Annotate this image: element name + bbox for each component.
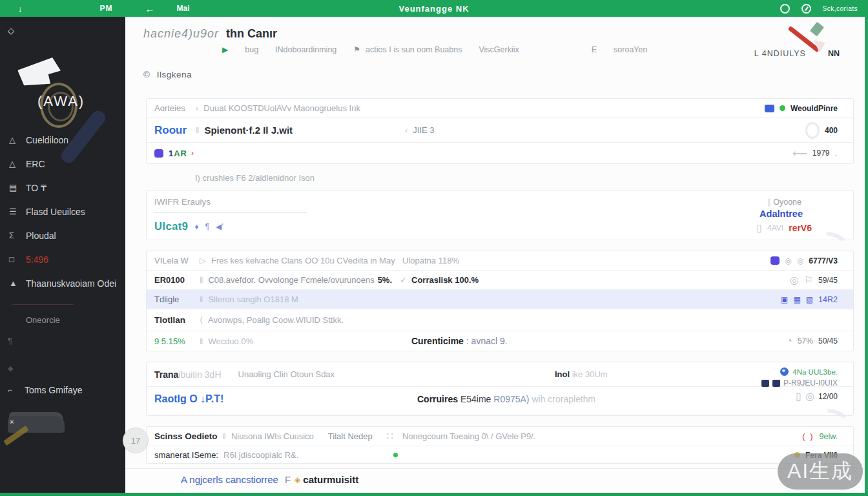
record-name[interactable]: Raotlg O ↓P.T!: [154, 393, 223, 405]
chevron-icon: ‖: [200, 275, 203, 285]
sidebar-divider: [12, 304, 74, 305]
bars-icon: ∥: [767, 198, 770, 207]
row-label: Scinss Oedieto: [154, 431, 218, 441]
row-desc: Avonwps, Poallg Coow.WIUID Sttkk.: [208, 315, 344, 325]
circle-icon: ◎: [805, 390, 814, 402]
search-input[interactable]: IWIFR Erauiys: [154, 197, 307, 212]
mid-bold-value: Curenticime: [411, 336, 464, 346]
edit-pencil-icon[interactable]: [787, 22, 829, 56]
ai-watermark: AI生成: [778, 453, 863, 490]
status-dot-green: [780, 105, 785, 111]
account-label[interactable]: Sck,coriats: [823, 5, 858, 12]
row-desc: Slleron sanglh O1818 M: [208, 294, 298, 304]
row-label: Tdligle: [154, 294, 200, 304]
mid-bold-value: Inol: [555, 369, 570, 379]
page-title: hacnie4)u9or thn Canır: [143, 27, 277, 41]
sidebar-item-to[interactable]: ▤ TO ₸: [0, 176, 125, 200]
sidebar-item-cueldiloon[interactable]: △ Cueldiloon: [0, 128, 125, 152]
mid-bold-value: Corruires: [417, 394, 458, 404]
row-label: ER0100: [154, 275, 200, 285]
window-edge-right: [865, 17, 868, 496]
count-value: 50/45: [818, 336, 838, 346]
section-label: © Ilsgkena: [143, 70, 192, 79]
percent-value: 5%.: [378, 275, 392, 285]
chevron-icon: ‖: [223, 431, 226, 441]
sidebar-item-flasd[interactable]: ☰ Flasd Ueuilces: [0, 200, 125, 223]
top-bar: ↓ PM ← Mai Veunfangge NK Sck,coriats: [0, 0, 868, 17]
sigma-icon: Σ: [9, 231, 26, 240]
table-row[interactable]: 9 5.15% ‖ Wecduo.0% Curenticime : avnacl…: [147, 331, 853, 351]
shield-icon: ◈: [294, 475, 300, 484]
table-row[interactable]: Tranaibuitin 3dH Unaoling Clin Otoun Sda…: [147, 362, 853, 387]
sidebar-item-ploudal[interactable]: Σ Ploudal: [0, 223, 125, 247]
tab-e[interactable]: E: [592, 45, 597, 54]
tab-soroayen[interactable]: soroaYen: [614, 45, 647, 54]
table-row[interactable]: 1AR › ⟵ 1979 .: [147, 143, 853, 163]
tab-indoboardinming[interactable]: INdoboardinming: [275, 45, 336, 54]
circle-icon: ◎: [797, 256, 803, 265]
sidebar-item-erc[interactable]: △ ERC: [0, 152, 125, 176]
count-value: 59/45: [818, 276, 838, 285]
chevron-icon: ⟨: [200, 315, 203, 325]
table-row[interactable]: Aorteies ‹ Duuat KOOSTDUolAVv Maonogruel…: [147, 99, 853, 118]
arrow-left-icon: ⟵: [792, 147, 807, 160]
app-badge-icon: [765, 105, 774, 112]
table-row[interactable]: Scinss Oedieto ‖ Niusona IWIs Cuusico Ti…: [147, 427, 853, 446]
row-label: smanerat ISeme:: [154, 450, 218, 460]
grid-icon: ▤: [9, 183, 26, 192]
record-name[interactable]: Roour: [154, 124, 196, 137]
sidebar-user[interactable]: ⌐ Toms Gmifaye: [8, 385, 82, 395]
table-row[interactable]: ER0100 ‖ C08.avefdor. Ovvolonge Fcmele/o…: [147, 271, 853, 290]
green-value: 9elw.: [820, 432, 838, 441]
sidebar-item-5496[interactable]: □ 5:496: [0, 247, 125, 271]
row-desc: Fres kes kelvache Clans OO 10u CVedilta …: [211, 256, 395, 265]
lock-icon: □: [9, 254, 26, 264]
record-card-4: Tranaibuitin 3dH Unaoling Clin Otoun Sda…: [146, 362, 854, 416]
faint-code: 4AVI: [767, 223, 783, 232]
circle-icon[interactable]: [780, 4, 790, 14]
table-row[interactable]: smanerat ISeme: R6I jdiscoopialc R&. Fer…: [147, 446, 853, 464]
chevron-icon: ‖: [196, 125, 199, 135]
reference-link[interactable]: R0975A): [493, 394, 529, 404]
record-name[interactable]: Ulcat9: [154, 220, 189, 232]
alert-code: rerV6: [789, 223, 812, 233]
badge-icon: ◔: [786, 335, 792, 347]
row-desc: Niusona IWIs Cuusico: [231, 431, 314, 441]
row-desc: Wecduo.0%: [208, 336, 253, 346]
box-icon: [772, 380, 780, 387]
sidebar: ◇ (AWA) △ Cueldiloon △ ERC ▤ TO ₸ ☰ Flas…: [0, 17, 125, 493]
count-value: 400: [825, 126, 838, 135]
pilcrow-icon: ¶: [205, 222, 209, 231]
table-row[interactable]: Raotlg O ↓P.T! Corruires E54ime R0975A) …: [147, 387, 853, 411]
percent-value: 57%: [798, 336, 813, 346]
mid-value: ‹JIIE 3: [405, 125, 435, 135]
count-value: 1979: [812, 149, 830, 158]
header-user[interactable]: NN: [828, 49, 840, 58]
sidebar-menu: △ Cueldiloon △ ERC ▤ TO ₸ ☰ Flasd Ueuilc…: [0, 128, 125, 325]
tab-actios[interactable]: actios I is sun oom Buabns: [366, 45, 462, 54]
linked-name[interactable]: Adalntree: [760, 209, 803, 219]
count-value: 6777/V3: [809, 256, 838, 265]
row-desc: C08.avefdor. Ovvolonge Fcmele/ovurunoens: [208, 275, 374, 285]
mid-rest-value: : avnacl 9.: [464, 336, 508, 346]
chevron-icon: ‖: [200, 336, 203, 346]
grid-icon: ▦: [793, 295, 800, 304]
table-row-selected[interactable]: Tdligle ‖ Slleron sanglh O1818 M ▣ ▦ ▧ 1…: [147, 290, 853, 309]
table-row[interactable]: VILela W ▷ Fres kes kelvache Clans OO 10…: [147, 251, 853, 271]
dice-icon: ◎: [790, 274, 799, 286]
chevron-icon: ‹: [405, 125, 408, 135]
table-row[interactable]: Roour ‖ Spienont·f.2 Il J.wit ‹JIIE 3 40…: [147, 118, 853, 143]
table-row[interactable]: Tlotllan ⟨ Avonwps, Poallg Coow.WIUID St…: [147, 309, 853, 331]
paren-alert: ( ): [802, 431, 814, 441]
count-value: 14R2: [818, 295, 838, 304]
sidebar-item-transmission[interactable]: ▲ Thaanuskvaoiam Odei: [0, 271, 125, 295]
mid-bold-value: Corraslisk 100.%: [411, 275, 479, 285]
history-icon[interactable]: [801, 4, 811, 14]
bracket-icon: ⌐: [8, 386, 25, 395]
right-meta: ∥ Oyoone: [767, 197, 801, 207]
footer-link[interactable]: A ngjcerls cancstiorree: [181, 474, 278, 485]
tab-viscgerkiix[interactable]: ViscGerkiix: [479, 45, 519, 54]
tab-bug[interactable]: bug: [245, 45, 258, 54]
swirl-decoration: [819, 229, 848, 251]
grid-icon: ▣: [781, 295, 788, 304]
